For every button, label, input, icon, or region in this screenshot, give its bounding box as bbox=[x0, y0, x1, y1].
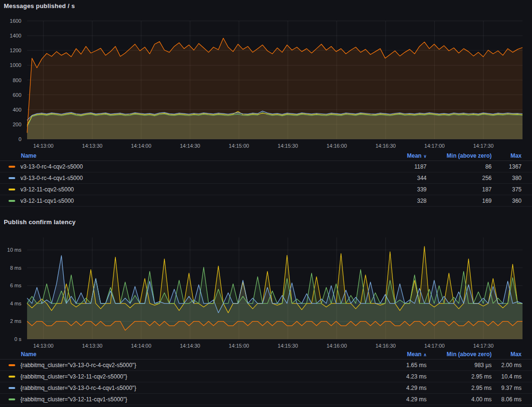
x-axis-tick-label: 14:16:30 bbox=[375, 143, 396, 149]
mean-value: 1187 bbox=[351, 163, 427, 170]
series-name[interactable]: {rabbitmq_cluster="v3-12-11-cqv2-s5000"} bbox=[20, 373, 127, 380]
y-axis-tick-label: 2 ms bbox=[10, 318, 21, 324]
series-color-swatch[interactable] bbox=[9, 398, 15, 400]
y-axis-tick-label: 800 bbox=[13, 77, 21, 83]
column-header-mean[interactable]: Mean∨ bbox=[351, 152, 427, 159]
mean-value: 1.65 ms bbox=[351, 362, 427, 369]
mean-value: 4.29 ms bbox=[351, 396, 427, 403]
table-row: v3-12-11-cqv1-s5000328169360 bbox=[0, 195, 532, 207]
max-value: 380 bbox=[492, 175, 522, 181]
table-row: {rabbitmq_cluster="v3-13-0-rc-4-cqv1-s50… bbox=[0, 382, 532, 394]
x-axis-tick-label: 14:16:30 bbox=[375, 343, 396, 349]
series-color-swatch[interactable] bbox=[9, 200, 15, 202]
y-axis-tick-label: 8 ms bbox=[10, 265, 21, 271]
y-axis-tick-label: 10 ms bbox=[7, 247, 21, 253]
publish-confirm-latency-chart[interactable]: 0 s2 ms4 ms6 ms8 ms10 ms14:13:0014:13:30… bbox=[0, 232, 532, 349]
series-name[interactable]: {rabbitmq_cluster="v3-12-11-cqv1-s5000"} bbox=[20, 396, 127, 403]
x-axis-tick-label: 14:14:30 bbox=[180, 143, 200, 149]
series-color-swatch[interactable] bbox=[9, 166, 15, 168]
panel-title-messages-published[interactable]: Messages published / s bbox=[4, 2, 75, 9]
x-axis-tick-label: 14:16:00 bbox=[326, 343, 347, 349]
y-axis-tick-label: 0 bbox=[19, 136, 21, 142]
mean-value: 328 bbox=[351, 198, 427, 204]
min-value: 86 bbox=[427, 163, 492, 170]
column-header-mean[interactable]: Mean∧ bbox=[351, 351, 427, 358]
x-axis-tick-label: 14:15:30 bbox=[278, 343, 298, 349]
y-axis-tick-label: 1000 bbox=[10, 62, 21, 68]
x-axis-tick-label: 14:13:00 bbox=[33, 143, 54, 149]
series-name[interactable]: {rabbitmq_cluster="v3-13-0-rc-4-cqv1-s50… bbox=[20, 385, 136, 391]
x-axis-tick-label: 14:15:00 bbox=[229, 343, 249, 349]
table-row: v3-13-0-rc-4-cqv2-s50001187861367 bbox=[0, 161, 532, 172]
sort-desc-icon: ∨ bbox=[423, 154, 427, 159]
table-row: {rabbitmq_cluster="v3-12-11-cqv2-s5000"}… bbox=[0, 371, 532, 382]
column-header-name[interactable]: Name bbox=[9, 351, 351, 358]
column-header-min[interactable]: Min (above zero) bbox=[427, 152, 492, 159]
series-fill bbox=[27, 38, 522, 139]
series-color-swatch[interactable] bbox=[9, 376, 15, 378]
max-value: 10.4 ms bbox=[492, 373, 522, 380]
series-color-swatch[interactable] bbox=[9, 177, 15, 179]
x-axis-tick-label: 14:13:00 bbox=[33, 343, 54, 349]
max-value: 9.37 ms bbox=[492, 385, 522, 391]
mean-value: 339 bbox=[351, 186, 427, 193]
x-axis-tick-label: 14:13:30 bbox=[82, 343, 103, 349]
min-value: 2.95 ms bbox=[427, 385, 492, 391]
panel-title-publish-confirm-latency[interactable]: Publish confirm latency bbox=[4, 218, 76, 226]
min-value: 187 bbox=[427, 186, 492, 193]
min-value: 2.95 ms bbox=[427, 373, 492, 380]
y-axis-tick-label: 600 bbox=[13, 92, 21, 98]
x-axis-tick-label: 14:14:00 bbox=[131, 343, 152, 349]
x-axis-tick-label: 14:16:00 bbox=[326, 143, 347, 149]
publish-confirm-latency-legend-table: NameMean∧Min (above zero)Max{rabbitmq_cl… bbox=[0, 350, 532, 405]
series-name[interactable]: v3-12-11-cqv1-s5000 bbox=[20, 198, 74, 204]
max-value: 360 bbox=[492, 198, 522, 204]
legend-table-header: NameMean∨Min (above zero)Max bbox=[0, 151, 532, 161]
x-axis-tick-label: 14:14:30 bbox=[180, 343, 200, 349]
x-axis-tick-label: 14:17:30 bbox=[473, 343, 494, 349]
messages-published-legend-table: NameMean∨Min (above zero)Maxv3-13-0-rc-4… bbox=[0, 151, 532, 207]
column-header-min[interactable]: Min (above zero) bbox=[427, 351, 492, 358]
mean-value: 4.23 ms bbox=[351, 373, 427, 380]
y-axis-tick-label: 0 s bbox=[14, 336, 21, 342]
series-name[interactable]: v3-13-0-rc-4-cqv1-s5000 bbox=[20, 175, 83, 181]
y-axis-tick-label: 200 bbox=[13, 122, 21, 127]
series-color-swatch[interactable] bbox=[9, 387, 15, 389]
messages-published-chart[interactable]: 0200400600800100012001400160014:13:0014:… bbox=[0, 14, 532, 150]
max-value: 1367 bbox=[492, 163, 522, 170]
table-row: v3-13-0-rc-4-cqv1-s5000344256380 bbox=[0, 172, 532, 184]
max-value: 375 bbox=[492, 186, 522, 193]
x-axis-tick-label: 14:17:00 bbox=[424, 143, 445, 149]
series-color-swatch[interactable] bbox=[9, 364, 15, 366]
x-axis-tick-label: 14:17:30 bbox=[473, 143, 494, 149]
x-axis-tick-label: 14:17:00 bbox=[424, 343, 445, 349]
max-value: 2.00 ms bbox=[492, 362, 522, 369]
column-header-max[interactable]: Max bbox=[492, 152, 522, 159]
y-axis-tick-label: 400 bbox=[13, 107, 21, 113]
x-axis-tick-label: 14:15:00 bbox=[229, 143, 249, 149]
x-axis-tick-label: 14:13:30 bbox=[82, 143, 103, 149]
y-axis-tick-label: 1600 bbox=[10, 18, 21, 24]
y-axis-tick-label: 1400 bbox=[10, 33, 21, 38]
column-header-name[interactable]: Name bbox=[9, 152, 351, 159]
column-header-max[interactable]: Max bbox=[492, 351, 522, 358]
table-row: {rabbitmq_cluster="v3-13-0-rc-4-cqv2-s50… bbox=[0, 360, 532, 371]
y-axis-tick-label: 6 ms bbox=[10, 283, 21, 288]
y-axis-tick-label: 4 ms bbox=[10, 301, 21, 306]
table-row: v3-12-11-cqv2-s5000339187375 bbox=[0, 184, 532, 195]
min-value: 983 µs bbox=[427, 362, 492, 369]
series-name[interactable]: v3-12-11-cqv2-s5000 bbox=[20, 186, 74, 193]
legend-table-header: NameMean∧Min (above zero)Max bbox=[0, 350, 532, 360]
series-name[interactable]: {rabbitmq_cluster="v3-13-0-rc-4-cqv2-s50… bbox=[20, 362, 136, 369]
min-value: 4.00 ms bbox=[427, 396, 492, 403]
y-axis-tick-label: 1200 bbox=[10, 47, 21, 53]
min-value: 256 bbox=[427, 175, 492, 181]
mean-value: 4.29 ms bbox=[351, 385, 427, 391]
x-axis-tick-label: 14:15:30 bbox=[278, 143, 298, 149]
mean-value: 344 bbox=[351, 175, 427, 181]
series-color-swatch[interactable] bbox=[9, 189, 15, 190]
sort-asc-icon: ∧ bbox=[423, 352, 427, 357]
table-row: {rabbitmq_cluster="v3-12-11-cqv1-s5000"}… bbox=[0, 394, 532, 405]
x-axis-tick-label: 14:14:00 bbox=[131, 143, 152, 149]
series-name[interactable]: v3-13-0-rc-4-cqv2-s5000 bbox=[20, 163, 83, 170]
